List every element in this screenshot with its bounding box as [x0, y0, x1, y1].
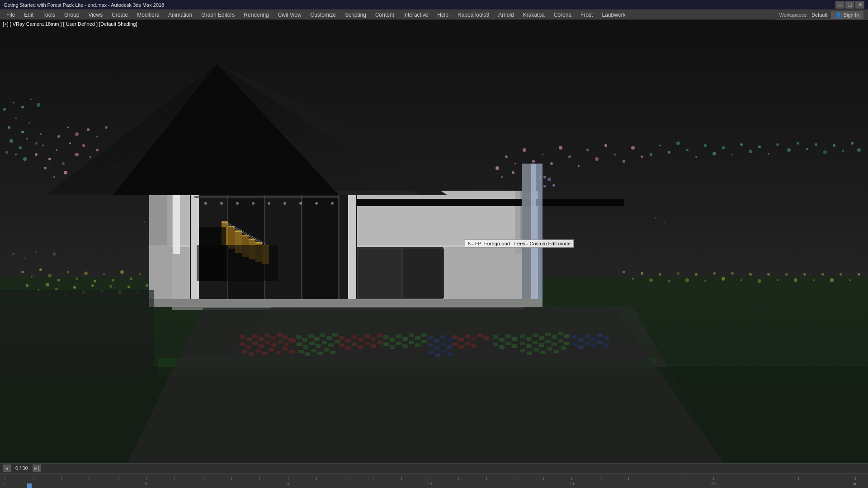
menu-item-animation[interactable]: Animation	[164, 10, 197, 20]
menu-item-edit[interactable]: Edit	[19, 10, 38, 20]
timeline-ruler[interactable]: 051015202530	[0, 474, 868, 488]
menu-item-interactive[interactable]: Interactive	[399, 10, 433, 20]
svg-point-93	[833, 144, 835, 147]
svg-rect-193	[173, 191, 180, 254]
svg-point-36	[21, 131, 24, 133]
svg-point-173	[858, 273, 860, 276]
svg-point-80	[712, 152, 716, 155]
svg-point-172	[849, 279, 851, 281]
menu-item-file[interactable]: File	[2, 10, 19, 20]
svg-point-168	[813, 279, 815, 281]
viewport[interactable]: 5 - FP_Foreground_Trees - Custom Edit mo…	[0, 28, 868, 463]
title-bar: Geting Started with Forest Pack Lite - e…	[0, 0, 868, 10]
svg-point-169	[821, 273, 824, 276]
svg-point-146	[146, 284, 148, 287]
svg-point-8	[69, 142, 71, 144]
svg-point-95	[851, 142, 854, 145]
menu-item-arnold[interactable]: Arnold	[494, 10, 519, 20]
title-bar-controls: ─ □ ✕	[835, 1, 864, 9]
svg-point-83	[740, 143, 743, 146]
svg-point-44	[15, 154, 17, 155]
svg-point-38	[9, 139, 13, 143]
svg-point-55	[532, 160, 535, 163]
maximize-button[interactable]: □	[845, 1, 854, 9]
svg-point-61	[586, 149, 589, 151]
menu-item-create[interactable]: Create	[107, 10, 132, 20]
timeline-scrubber[interactable]	[27, 483, 32, 488]
svg-point-113	[664, 221, 665, 223]
previous-frame-button[interactable]: ◄	[3, 465, 11, 472]
svg-point-7	[62, 162, 65, 165]
menu-item-group[interactable]: Group	[60, 10, 84, 20]
svg-point-76	[676, 141, 680, 145]
svg-point-10	[82, 144, 85, 147]
svg-point-90	[806, 148, 808, 150]
svg-point-160	[741, 279, 742, 281]
close-button[interactable]: ✕	[855, 1, 864, 9]
svg-point-51	[495, 166, 499, 170]
menu-item-tools[interactable]: Tools	[38, 10, 60, 20]
svg-point-104	[144, 221, 146, 223]
svg-point-89	[797, 142, 799, 145]
menu-item-help[interactable]: Help	[433, 10, 453, 20]
svg-point-138	[73, 286, 76, 289]
svg-point-365	[220, 202, 223, 205]
svg-point-31	[87, 128, 90, 131]
menu-item-laubwerk[interactable]: Laubwerk	[597, 10, 630, 20]
svg-point-140	[91, 284, 94, 287]
svg-point-128	[103, 273, 105, 275]
svg-point-39	[19, 146, 22, 149]
svg-point-130	[120, 270, 124, 274]
svg-point-135	[46, 283, 49, 286]
svg-point-59	[568, 155, 571, 158]
minimize-button[interactable]: ─	[835, 1, 844, 9]
svg-point-88	[787, 148, 791, 152]
svg-point-74	[659, 145, 661, 146]
svg-point-9	[75, 153, 79, 156]
svg-point-49	[30, 99, 32, 100]
svg-point-40	[26, 138, 28, 140]
menu-item-scripting[interactable]: Scripting	[340, 10, 371, 20]
menu-item-graph-editors[interactable]: Graph Editors	[197, 10, 239, 20]
svg-point-58	[559, 146, 562, 150]
sign-in-button[interactable]: 👤 Sign In	[831, 11, 863, 19]
menu-item-content[interactable]: Content	[371, 10, 399, 20]
ruler-tick: 10	[286, 482, 290, 486]
svg-point-4	[42, 145, 44, 146]
tooltip-text: 5 - FP_Foreground_Trees - Custom Edit mo…	[468, 241, 571, 246]
menu-item-frost[interactable]: Frost	[576, 10, 597, 20]
menu-item-civil-view[interactable]: Civil View	[274, 10, 306, 20]
svg-point-60	[578, 165, 580, 167]
svg-point-144	[127, 286, 130, 288]
menu-item-rappatools3[interactable]: RappaTools3	[453, 10, 494, 20]
svg-point-153	[677, 272, 679, 275]
ruler-tick: 25	[711, 482, 716, 486]
svg-point-127	[94, 280, 96, 282]
menu-item-corona[interactable]: Corona	[549, 10, 576, 20]
svg-point-66	[631, 146, 635, 150]
svg-point-154	[685, 278, 689, 282]
svg-point-82	[731, 154, 733, 155]
menu-item-customize[interactable]: Customize	[306, 10, 341, 20]
svg-point-156	[704, 280, 706, 282]
svg-point-47	[13, 102, 14, 103]
svg-point-87	[776, 143, 779, 146]
svg-point-367	[252, 202, 255, 205]
menu-item-modifiers[interactable]: Modifiers	[132, 10, 164, 20]
ruler-tick: 20	[569, 482, 574, 486]
svg-point-369	[283, 202, 286, 205]
svg-point-366	[236, 202, 239, 205]
menu-item-krakatoa[interactable]: Krakatoa	[519, 10, 549, 20]
ruler-tick: 0	[3, 482, 5, 486]
menu-item-rendering[interactable]: Rendering	[239, 10, 273, 20]
svg-point-112	[655, 217, 656, 219]
svg-rect-189	[359, 249, 401, 298]
svg-point-62	[595, 157, 599, 161]
svg-point-33	[105, 126, 108, 129]
svg-rect-190	[403, 249, 444, 298]
next-frame-button[interactable]: ►|	[33, 465, 41, 472]
svg-point-115	[24, 258, 26, 259]
menu-item-views[interactable]: Views	[84, 10, 107, 20]
svg-point-3	[35, 153, 38, 156]
svg-point-125	[75, 277, 78, 280]
